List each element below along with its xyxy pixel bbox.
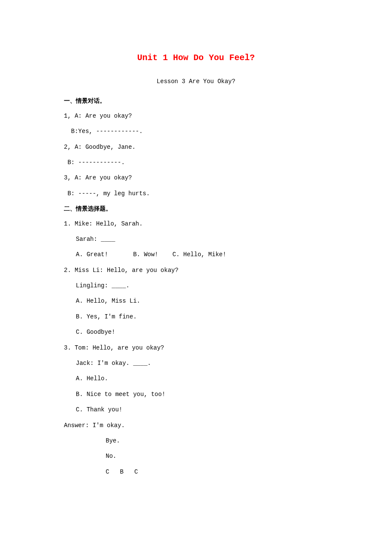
s2-q1-prompt: 1. Mike: Hello, Sarah. [64, 219, 328, 228]
s2-q2-option-a: A. Hello, Miss Li. [64, 296, 328, 306]
s2-q1-options: A. Great! B. Wow! C. Hello, Mike! [64, 250, 328, 259]
s2-q3-option-a: A. Hello. [64, 374, 328, 383]
s1-q3-b: B: -----, my leg hurts. [64, 189, 328, 198]
answer-2: No. [64, 451, 328, 461]
answer-label: Answer: I'm okay. [64, 421, 328, 430]
s2-q2-option-b: B. Yes, I'm fine. [64, 312, 328, 321]
s2-q3-option-b: B. Nice to meet you, too! [64, 390, 328, 399]
s2-q2-response: Lingling: ____. [64, 281, 328, 290]
s1-q1-a: 1, A: Are you okay? [64, 111, 328, 121]
s1-q3-a: 3, A: Are you okay? [64, 173, 328, 182]
answer-3: C B C [64, 467, 328, 477]
s1-q1-b: B:Yes, ------------. [64, 127, 328, 136]
section1-heading: 一、情景对话。 [64, 96, 328, 106]
s2-q2-prompt: 2. Miss Li: Hello, are you okay? [64, 266, 328, 275]
s2-q1-response: Sarah: ____ [64, 234, 328, 244]
s1-q2-b: B: ------------. [64, 158, 328, 167]
s2-q3-option-c: C. Thank you! [64, 405, 328, 414]
lesson-subtitle: Lesson 3 Are You Okay? [64, 77, 328, 86]
section2-heading: 二、情景选择题。 [64, 204, 328, 214]
s1-q2-a: 2, A: Goodbye, Jane. [64, 142, 328, 152]
s2-q3-response: Jack: I'm okay. ____. [64, 358, 328, 368]
answer-1: Bye. [64, 436, 328, 445]
s2-q3-prompt: 3. Tom: Hello, are you okay? [64, 343, 328, 353]
unit-title: Unit 1 How Do You Feel? [64, 51, 328, 65]
s2-q2-option-c: C. Goodbye! [64, 327, 328, 337]
